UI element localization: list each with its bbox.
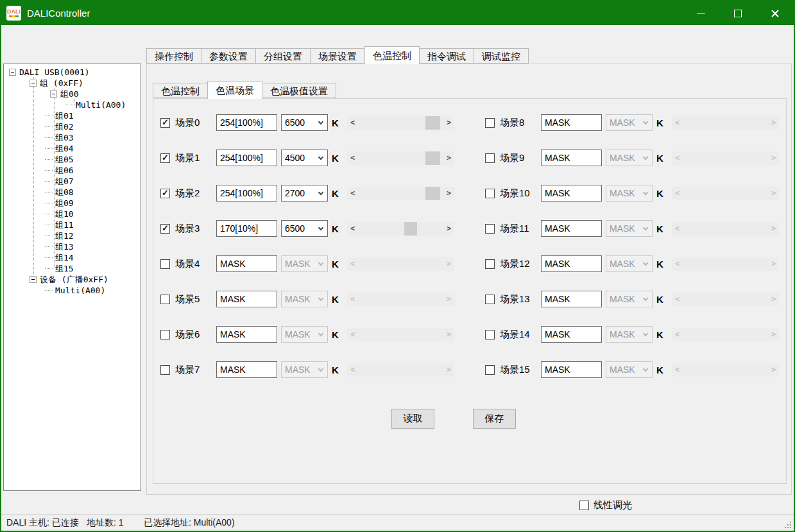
cct-scrollbar[interactable]: < > xyxy=(347,293,454,306)
sub-tab-色温控制[interactable]: 色温控制 xyxy=(153,83,208,98)
cct-scrollbar[interactable]: < > xyxy=(347,363,454,377)
scroll-right-icon[interactable]: > xyxy=(443,363,454,377)
main-tab-调试监控[interactable]: 调试监控 xyxy=(474,48,529,64)
main-tab-色温控制[interactable]: 色温控制 xyxy=(364,46,420,64)
sub-tab-色温极值设置[interactable]: 色温极值设置 xyxy=(262,83,336,98)
read-button[interactable]: 读取 xyxy=(391,409,434,429)
scroll-right-icon[interactable]: > xyxy=(768,222,779,236)
scrollbar-track[interactable] xyxy=(358,187,443,200)
scroll-right-icon[interactable]: > xyxy=(768,328,779,341)
cct-scrollbar[interactable]: < > xyxy=(347,257,454,271)
scene-checkbox[interactable] xyxy=(160,118,170,128)
scrollbar-track[interactable] xyxy=(358,363,443,377)
scene-checkbox[interactable] xyxy=(160,189,170,198)
brightness-input[interactable] xyxy=(216,114,277,131)
cct-scrollbar[interactable]: < > xyxy=(347,328,454,341)
scene-checkbox[interactable] xyxy=(485,153,495,163)
brightness-input[interactable] xyxy=(541,291,602,307)
scene-checkbox[interactable] xyxy=(485,259,495,269)
scroll-right-icon[interactable]: > xyxy=(443,151,454,165)
scene-checkbox[interactable] xyxy=(160,365,170,375)
main-tab-分组设置[interactable]: 分组设置 xyxy=(255,48,311,64)
scroll-right-icon[interactable]: > xyxy=(443,293,454,306)
brightness-input[interactable] xyxy=(216,220,277,237)
scrollbar-thumb[interactable] xyxy=(425,151,440,165)
brightness-input[interactable] xyxy=(216,150,277,166)
brightness-input[interactable] xyxy=(541,150,602,166)
scrollbar-track[interactable] xyxy=(358,257,443,271)
scroll-left-icon[interactable]: < xyxy=(672,363,683,377)
scroll-left-icon[interactable]: < xyxy=(672,187,683,200)
scroll-left-icon[interactable]: < xyxy=(672,151,683,165)
scrollbar-track[interactable] xyxy=(683,363,768,377)
scroll-right-icon[interactable]: > xyxy=(443,222,454,236)
tree-item-设备 (广播0xFF)[interactable]: 设备 (广播0xFF) xyxy=(4,274,141,285)
scene-checkbox[interactable] xyxy=(160,153,170,163)
tree-item-组09[interactable]: 组09 xyxy=(4,198,141,209)
cct-select[interactable]: MASK xyxy=(606,255,653,272)
cct-select[interactable]: 6500 xyxy=(281,114,328,131)
brightness-input[interactable] xyxy=(541,185,602,202)
scroll-left-icon[interactable]: < xyxy=(672,257,683,271)
cct-select[interactable]: 4500 xyxy=(281,150,328,166)
linear-dimming-checkbox[interactable] xyxy=(579,501,589,510)
main-tab-指令调试[interactable]: 指令调试 xyxy=(419,48,474,64)
cct-select[interactable]: MASK xyxy=(281,291,328,307)
main-tab-场景设置[interactable]: 场景设置 xyxy=(310,48,365,64)
brightness-input[interactable] xyxy=(541,255,602,272)
cct-select[interactable]: MASK xyxy=(281,326,328,343)
cct-select[interactable]: MASK xyxy=(281,255,328,272)
scrollbar-thumb[interactable] xyxy=(425,187,440,200)
scene-checkbox[interactable] xyxy=(485,365,495,375)
scrollbar-track[interactable] xyxy=(358,293,443,306)
scene-checkbox[interactable] xyxy=(160,224,170,234)
scroll-right-icon[interactable]: > xyxy=(443,257,454,271)
tree-item-Multi(A00)[interactable]: Multi(A00) xyxy=(4,285,141,296)
scrollbar-track[interactable] xyxy=(683,222,768,236)
scrollbar-track[interactable] xyxy=(683,328,768,341)
brightness-input[interactable] xyxy=(541,361,602,378)
cct-select[interactable]: MASK xyxy=(606,150,653,166)
tree-item-组 (0xFF)[interactable]: 组 (0xFF) xyxy=(4,78,141,89)
scene-checkbox[interactable] xyxy=(160,295,170,304)
cct-select[interactable]: MASK xyxy=(281,361,328,378)
scroll-right-icon[interactable]: > xyxy=(768,187,779,200)
scroll-left-icon[interactable]: < xyxy=(672,328,683,341)
scene-checkbox[interactable] xyxy=(485,330,495,339)
tree-item-组10[interactable]: 组10 xyxy=(4,209,141,219)
tree-collapse-icon[interactable] xyxy=(50,90,57,98)
tree-collapse-icon[interactable] xyxy=(30,80,37,87)
scene-checkbox[interactable] xyxy=(485,189,495,198)
cct-scrollbar[interactable]: < > xyxy=(672,116,779,130)
maximize-button[interactable] xyxy=(719,1,757,25)
scrollbar-thumb[interactable] xyxy=(425,116,440,130)
scroll-left-icon[interactable]: < xyxy=(347,328,358,341)
brightness-input[interactable] xyxy=(216,255,277,272)
scroll-right-icon[interactable]: > xyxy=(443,187,454,200)
resize-grip[interactable] xyxy=(783,520,791,528)
brightness-input[interactable] xyxy=(216,361,277,378)
scrollbar-thumb[interactable] xyxy=(404,222,417,236)
scroll-left-icon[interactable]: < xyxy=(672,222,683,236)
tree-item-组05[interactable]: 组05 xyxy=(4,154,141,165)
tree-item-组08[interactable]: 组08 xyxy=(4,187,141,198)
cct-scrollbar[interactable]: < > xyxy=(672,363,779,377)
scene-checkbox[interactable] xyxy=(160,330,170,339)
scrollbar-track[interactable] xyxy=(683,293,768,306)
cct-select[interactable]: MASK xyxy=(606,220,653,237)
tree-item-组01[interactable]: 组01 xyxy=(4,110,141,121)
cct-select[interactable]: 2700 xyxy=(281,185,328,202)
scroll-right-icon[interactable]: > xyxy=(768,151,779,165)
scrollbar-track[interactable] xyxy=(358,151,443,165)
scroll-left-icon[interactable]: < xyxy=(672,116,683,130)
cct-select[interactable]: MASK xyxy=(606,291,653,307)
cct-select[interactable]: MASK xyxy=(606,326,653,343)
main-tab-参数设置[interactable]: 参数设置 xyxy=(201,48,256,64)
close-button[interactable] xyxy=(757,1,794,25)
tree-item-组03[interactable]: 组03 xyxy=(4,132,141,143)
scroll-left-icon[interactable]: < xyxy=(347,222,358,236)
cct-scrollbar[interactable]: < > xyxy=(347,116,454,130)
menu-item-文件(F)[interactable] xyxy=(8,31,19,37)
scroll-right-icon[interactable]: > xyxy=(768,293,779,306)
cct-scrollbar[interactable]: < > xyxy=(672,151,779,165)
